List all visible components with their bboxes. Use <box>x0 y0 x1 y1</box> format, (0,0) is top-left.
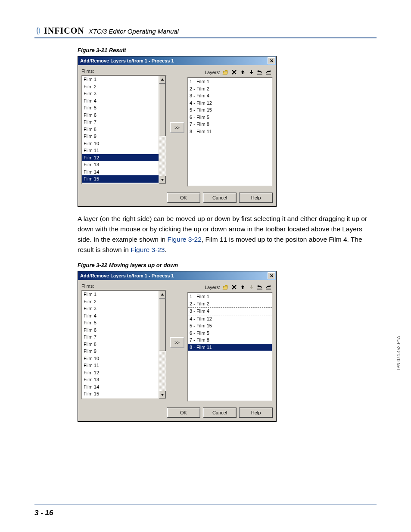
layer-item[interactable]: 3 - Film 4 <box>188 92 272 100</box>
close-icon[interactable]: ✕ <box>268 57 275 64</box>
ok-button[interactable]: OK <box>167 408 200 418</box>
figure-caption-1: Figure 3-21 Result <box>78 47 368 53</box>
footer-rule <box>34 504 377 504</box>
body-paragraph: A layer (on the right side) can be moved… <box>78 214 368 255</box>
layer-item[interactable]: 5 - Film 15 <box>188 322 272 330</box>
film-item[interactable]: Film 6 <box>82 327 159 334</box>
layer-item[interactable]: 4 - Film 12 <box>188 315 272 323</box>
film-item[interactable]: Film 11 <box>82 362 159 369</box>
layers-listbox[interactable]: 1 - Film 12 - Film 23 - Film 44 - Film 1… <box>187 292 273 401</box>
scroll-down-icon[interactable] <box>159 391 166 398</box>
dialog-title: Add/Remove Layers to/from 1 - Process 1 <box>79 273 268 278</box>
layers-listbox[interactable]: 1 - Film 12 - Film 23 - Film 44 - Film 1… <box>187 77 273 187</box>
film-item[interactable]: Film 7 <box>82 118 159 126</box>
films-label: Films: <box>81 68 167 74</box>
del-icon[interactable] <box>230 283 238 291</box>
brand-logo: INFICON <box>34 26 84 36</box>
manual-title: XTC/3 Editor Operating Manual <box>89 28 179 36</box>
xref-fig-3-23[interactable]: Figure 3-23 <box>131 246 165 253</box>
scroll-up-icon[interactable] <box>159 76 166 84</box>
ok-button[interactable]: OK <box>167 193 200 203</box>
film-item[interactable]: Film 13 <box>82 161 159 168</box>
layer-item[interactable]: 1 - Film 1 <box>188 78 272 85</box>
move-right-button[interactable]: >> <box>170 337 184 348</box>
film-item[interactable]: Film 4 <box>82 97 159 105</box>
scroll-down-icon[interactable] <box>159 176 166 184</box>
open-icon[interactable] <box>221 283 230 291</box>
film-item[interactable]: Film 10 <box>82 355 159 362</box>
film-item[interactable]: Film 3 <box>82 90 159 97</box>
film-item[interactable]: Film 12 <box>82 154 159 162</box>
figure-caption-2: Figure 3-22 Moving layers up or down <box>78 262 368 268</box>
film-item[interactable]: Film 14 <box>82 168 159 176</box>
film-item[interactable]: Film 7 <box>82 333 159 341</box>
layers-label: Layers: <box>205 70 220 75</box>
layer-item[interactable]: 4 - Film 12 <box>188 100 272 107</box>
film-item[interactable]: Film 5 <box>82 104 159 112</box>
film-item[interactable]: Film 12 <box>82 369 159 376</box>
redo-icon[interactable] <box>265 283 273 291</box>
doc-side-code: IPN 074-452-P1A <box>396 336 401 370</box>
layer-item[interactable]: 8 - Film 11 <box>188 128 272 135</box>
help-button[interactable]: Help <box>239 193 273 203</box>
page-number: 3 - 16 <box>34 509 53 517</box>
film-item[interactable]: Film 10 <box>82 140 159 147</box>
layer-item[interactable]: 5 - Film 15 <box>188 106 272 114</box>
layer-item[interactable]: 6 - Film 5 <box>188 114 272 121</box>
del-icon[interactable] <box>230 68 238 76</box>
film-item[interactable]: Film 3 <box>82 305 159 312</box>
undo-icon[interactable] <box>256 283 264 291</box>
film-item[interactable]: Film 14 <box>82 383 159 391</box>
film-item[interactable]: Film 2 <box>82 83 159 90</box>
scrollbar[interactable] <box>159 291 166 398</box>
film-item[interactable]: Film 1 <box>82 76 159 83</box>
film-item[interactable]: Film 13 <box>82 376 159 383</box>
film-item[interactable]: Film 5 <box>82 319 159 327</box>
xref-fig-3-22[interactable]: Figure 3-22 <box>168 236 202 243</box>
down-icon[interactable] <box>247 68 255 76</box>
titlebar: Add/Remove Layers to/from 1 - Process 1✕ <box>78 56 276 65</box>
help-button[interactable]: Help <box>239 408 273 418</box>
layer-item[interactable]: 7 - Film 8 <box>188 336 272 344</box>
up-icon[interactable] <box>239 283 247 291</box>
film-item[interactable]: Film 2 <box>82 298 159 305</box>
film-item[interactable]: Film 15 <box>82 175 159 183</box>
layer-item[interactable]: 6 - Film 5 <box>188 330 272 337</box>
film-item[interactable]: Film 11 <box>82 147 159 154</box>
layer-item[interactable]: 3 - Film 4 <box>188 307 272 315</box>
open-icon[interactable] <box>221 68 230 76</box>
layer-item[interactable]: 7 - Film 8 <box>188 121 272 128</box>
scrollbar[interactable] <box>159 76 166 184</box>
film-item[interactable]: Film 4 <box>82 312 159 320</box>
scroll-up-icon[interactable] <box>159 291 166 299</box>
film-item[interactable]: Film 15 <box>82 390 159 398</box>
titlebar: Add/Remove Layers to/from 1 - Process 1✕ <box>78 271 276 280</box>
brand-name: INFICON <box>44 26 84 36</box>
dialog-title: Add/Remove Layers to/from 1 - Process 1 <box>79 58 268 63</box>
films-listbox[interactable]: Film 1Film 2Film 3Film 4Film 5Film 6Film… <box>81 75 167 184</box>
redo-icon[interactable] <box>265 68 273 76</box>
dialog-2: Add/Remove Layers to/from 1 - Process 1✕… <box>78 271 277 422</box>
layer-item[interactable]: 2 - Film 2 <box>188 85 272 93</box>
layers-label: Layers: <box>205 285 220 290</box>
cancel-button[interactable]: Cancel <box>203 193 237 203</box>
undo-icon[interactable] <box>256 68 264 76</box>
dialog-1: Add/Remove Layers to/from 1 - Process 1✕… <box>78 56 277 207</box>
layer-item[interactable]: 2 - Film 2 <box>188 300 272 308</box>
films-listbox[interactable]: Film 1Film 2Film 3Film 4Film 5Film 6Film… <box>81 290 167 399</box>
films-label: Films: <box>81 283 167 289</box>
down-icon[interactable] <box>247 283 255 291</box>
layer-item[interactable]: 1 - Film 1 <box>188 293 272 300</box>
film-item[interactable]: Film 6 <box>82 112 159 119</box>
film-item[interactable]: Film 1 <box>82 291 159 298</box>
film-item[interactable]: Film 8 <box>82 341 159 348</box>
move-right-button[interactable]: >> <box>170 122 184 133</box>
film-item[interactable]: Film 9 <box>82 133 159 140</box>
layer-item[interactable]: 8 - Film 11 <box>188 344 272 351</box>
close-icon[interactable]: ✕ <box>268 272 275 279</box>
cancel-button[interactable]: Cancel <box>203 408 237 418</box>
film-item[interactable]: Film 8 <box>82 126 159 133</box>
film-item[interactable]: Film 9 <box>82 348 159 355</box>
up-icon[interactable] <box>239 68 247 76</box>
